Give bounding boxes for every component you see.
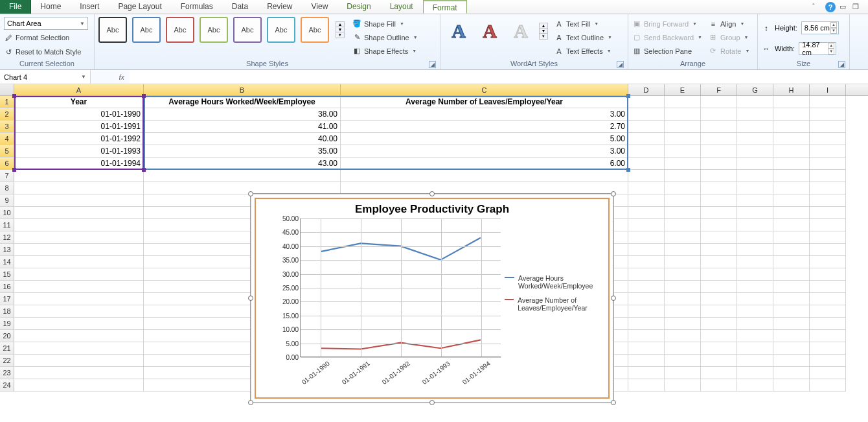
cell[interactable] — [701, 355, 737, 367]
tab-layout[interactable]: Layout — [381, 0, 423, 14]
cell[interactable] — [737, 330, 773, 342]
row-header[interactable]: 8 — [0, 182, 14, 194]
cell[interactable] — [810, 96, 846, 108]
cell[interactable] — [773, 355, 810, 367]
wordart-style-1[interactable]: A — [444, 17, 473, 45]
cell[interactable] — [14, 355, 144, 367]
--obj[interactable]: Employee Productivity Graph 0.005.0010.0… — [250, 193, 614, 403]
cell[interactable] — [665, 194, 701, 207]
range-handle[interactable] — [626, 168, 630, 172]
cell[interactable] — [810, 145, 846, 158]
cell[interactable] — [810, 244, 846, 256]
cell[interactable] — [701, 244, 737, 256]
cell[interactable] — [665, 318, 701, 330]
cell[interactable] — [665, 145, 701, 158]
row-header[interactable]: 19 — [0, 318, 14, 330]
cell[interactable] — [810, 170, 846, 182]
cell[interactable] — [628, 318, 665, 330]
shape-style-5[interactable]: Abc — [233, 17, 262, 43]
resize-handle[interactable] — [429, 400, 435, 405]
cell[interactable] — [14, 219, 144, 231]
restore-icon[interactable]: ❐ — [852, 3, 862, 12]
cell[interactable] — [628, 96, 665, 108]
tab-insert[interactable]: Insert — [71, 0, 109, 14]
cell[interactable] — [810, 342, 846, 355]
cell[interactable] — [773, 133, 810, 145]
cell[interactable] — [665, 367, 701, 379]
cell[interactable] — [665, 158, 701, 170]
cell[interactable] — [810, 108, 846, 121]
bring-forward-button[interactable]: ▣Bring Forward▼ — [632, 17, 702, 30]
col-D[interactable]: D — [628, 84, 665, 95]
cell[interactable] — [737, 379, 773, 392]
cell[interactable] — [628, 355, 665, 367]
cell[interactable]: Average Number of Leaves/Employee/Year — [341, 96, 628, 108]
cell[interactable] — [14, 170, 144, 182]
shape-fill-button[interactable]: 🪣Shape Fill▼ — [352, 17, 418, 30]
cell[interactable] — [628, 219, 665, 231]
cell[interactable] — [737, 133, 773, 145]
cell[interactable] — [737, 96, 773, 108]
col-C[interactable]: C — [341, 84, 628, 95]
tab-view[interactable]: View — [303, 0, 338, 14]
cell[interactable] — [810, 133, 846, 145]
tab-data[interactable]: Data — [223, 0, 258, 14]
cell[interactable] — [665, 342, 701, 355]
wordart-style-3[interactable]: A — [507, 17, 535, 45]
cell[interactable] — [737, 108, 773, 121]
cell[interactable] — [773, 219, 810, 231]
cell[interactable] — [665, 305, 701, 318]
cell[interactable] — [773, 121, 810, 133]
fx-icon[interactable]: fx — [91, 73, 130, 81]
cell[interactable] — [665, 355, 701, 367]
cell[interactable] — [737, 158, 773, 170]
cell[interactable] — [810, 281, 846, 293]
format-selection-button[interactable]: 🖉 Format Selection — [4, 31, 69, 44]
cell[interactable] — [665, 379, 701, 392]
cell[interactable]: Average Hours Worked/Week/Employee — [144, 96, 341, 108]
shape-style-6[interactable]: Abc — [267, 17, 295, 43]
cell[interactable] — [628, 281, 665, 293]
cell[interactable] — [14, 268, 144, 281]
cell[interactable] — [810, 355, 846, 367]
formula-bar-input[interactable] — [130, 70, 868, 84]
cell[interactable] — [628, 231, 665, 244]
cell[interactable] — [773, 170, 810, 182]
cell[interactable] — [701, 194, 737, 207]
range-handle[interactable] — [12, 168, 16, 172]
cell[interactable]: 41.00 — [144, 121, 341, 133]
shape-style-4[interactable]: Abc — [200, 17, 228, 43]
cell[interactable] — [810, 293, 846, 305]
cell[interactable] — [628, 207, 665, 219]
cell[interactable] — [737, 121, 773, 133]
cell[interactable] — [665, 268, 701, 281]
cell[interactable] — [737, 170, 773, 182]
cell[interactable] — [14, 367, 144, 379]
cell[interactable] — [14, 379, 144, 392]
shape-outline-button[interactable]: ✎Shape Outline▼ — [352, 30, 418, 44]
shape-style-1[interactable]: Abc — [98, 17, 127, 43]
cell[interactable] — [773, 342, 810, 355]
tab-file[interactable]: File — [0, 0, 31, 14]
row-header[interactable]: 18 — [0, 305, 14, 318]
dialog-launcher-icon[interactable]: ◢ — [838, 61, 845, 68]
cell[interactable] — [810, 379, 846, 392]
cell[interactable] — [773, 194, 810, 207]
cell[interactable] — [701, 133, 737, 145]
cell[interactable] — [737, 194, 773, 207]
cell[interactable] — [810, 231, 846, 244]
resize-handle[interactable] — [611, 400, 616, 405]
cell[interactable] — [665, 281, 701, 293]
cell[interactable] — [701, 231, 737, 244]
cell[interactable]: 6.00 — [341, 158, 628, 170]
range-handle[interactable] — [626, 94, 630, 98]
cell[interactable] — [773, 145, 810, 158]
cell[interactable] — [701, 342, 737, 355]
cell[interactable] — [737, 293, 773, 305]
cell[interactable] — [773, 207, 810, 219]
col-E[interactable]: E — [665, 84, 701, 95]
cell[interactable] — [737, 318, 773, 330]
cell[interactable] — [701, 219, 737, 231]
chart-element-dropdown[interactable]: Chart Area ▼ — [4, 17, 88, 30]
shape-effects-button[interactable]: ◧Shape Effects▼ — [352, 44, 418, 58]
